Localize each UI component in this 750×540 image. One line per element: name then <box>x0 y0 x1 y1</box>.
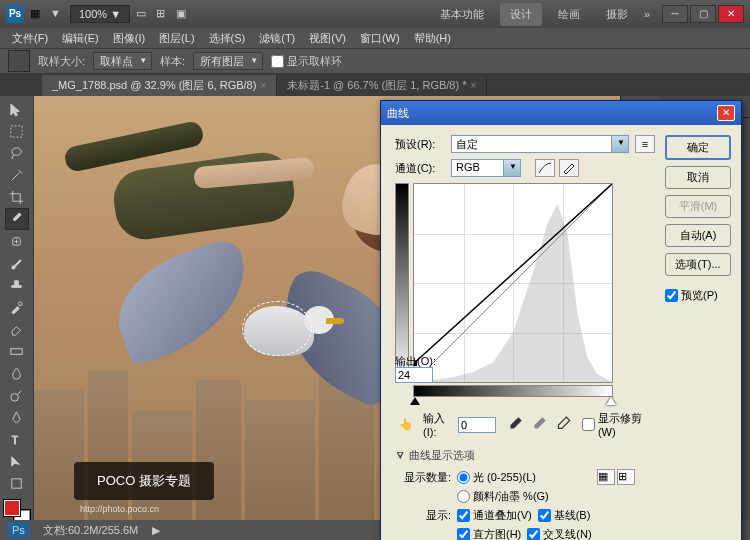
sample-layers-dropdown[interactable]: 所有图层 <box>193 52 263 70</box>
eyedropper-tool[interactable] <box>5 208 29 230</box>
crop-tool[interactable] <box>5 186 29 208</box>
tab-close-icon[interactable]: × <box>260 80 266 91</box>
cancel-button[interactable]: 取消 <box>665 166 731 189</box>
white-eyedropper-icon[interactable] <box>554 416 572 434</box>
workspace-tab-photography[interactable]: 摄影 <box>596 3 638 26</box>
gray-eyedropper-icon[interactable] <box>530 416 548 434</box>
grid-detailed-icon[interactable]: ⊞ <box>617 469 635 485</box>
app-logo: Ps <box>6 5 24 23</box>
stamp-tool[interactable] <box>5 274 29 296</box>
selection-marquee <box>242 301 312 356</box>
svg-line-9 <box>414 184 612 382</box>
auto-button[interactable]: 自动(A) <box>665 224 731 247</box>
output-gradient <box>395 183 409 383</box>
wand-tool[interactable] <box>5 164 29 186</box>
workspace-tab-design[interactable]: 设计 <box>500 3 542 26</box>
type-tool[interactable]: T <box>5 428 29 450</box>
minibridge-icon[interactable]: ▼ <box>50 7 64 21</box>
input-input[interactable] <box>458 417 496 433</box>
channel-dropdown[interactable]: RGB <box>451 159 521 177</box>
minimize-button[interactable]: ─ <box>662 5 688 23</box>
menu-select[interactable]: 选择(S) <box>203 29 252 48</box>
show-baseline-checkbox[interactable]: 基线(B) <box>538 508 594 523</box>
preset-label: 预设(R): <box>395 137 445 152</box>
taskbar-ps-icon[interactable]: Ps <box>8 522 29 538</box>
svg-rect-0 <box>11 125 22 136</box>
preset-menu-icon[interactable]: ≡ <box>635 135 655 153</box>
pencil-mode-icon[interactable] <box>559 159 579 177</box>
blur-tool[interactable] <box>5 362 29 384</box>
view-extras-icon[interactable]: ▭ <box>136 7 150 21</box>
screen-mode-icon[interactable]: ▣ <box>176 7 190 21</box>
input-gradient[interactable] <box>413 385 613 397</box>
sample-size-dropdown[interactable]: 取样点 <box>93 52 152 70</box>
sample-size-label: 取样大小: <box>38 54 85 69</box>
amount-light-radio[interactable]: 光 (0-255)(L) <box>457 470 536 485</box>
eraser-tool[interactable] <box>5 318 29 340</box>
svg-point-3 <box>18 301 22 305</box>
marquee-tool[interactable] <box>5 120 29 142</box>
status-arrow-icon[interactable]: ▶ <box>152 524 160 537</box>
curve-mode-icon[interactable] <box>535 159 555 177</box>
menu-file[interactable]: 文件(F) <box>6 29 54 48</box>
watermark-poco: POCO 摄影专题 <box>74 462 214 500</box>
tool-preset-icon[interactable] <box>8 50 30 72</box>
document-tab-1[interactable]: _MG_1788.psd @ 32.9% (图层 6, RGB/8)× <box>42 75 277 96</box>
preview-checkbox[interactable]: 预览(P) <box>665 288 731 303</box>
show-histogram-checkbox[interactable]: 直方图(H) <box>457 527 521 540</box>
menu-view[interactable]: 视图(V) <box>303 29 352 48</box>
show-label: 显示: <box>395 508 451 523</box>
curve-line[interactable] <box>414 184 612 382</box>
menu-help[interactable]: 帮助(H) <box>408 29 457 48</box>
menu-layer[interactable]: 图层(L) <box>153 29 200 48</box>
status-doc-size: 文档:60.2M/255.6M <box>43 523 138 538</box>
bridge-icon[interactable]: ▦ <box>30 7 44 21</box>
document-tab-2[interactable]: 未标题-1 @ 66.7% (图层 1, RGB/8) *× <box>277 75 487 96</box>
curve-graph[interactable] <box>413 183 613 383</box>
pen-tool[interactable] <box>5 406 29 428</box>
options-button[interactable]: 选项(T)... <box>665 253 731 276</box>
workspace-tab-essentials[interactable]: 基本功能 <box>430 3 494 26</box>
svg-point-1 <box>12 147 21 155</box>
white-point-slider[interactable] <box>606 397 616 405</box>
gradient-tool[interactable] <box>5 340 29 362</box>
menu-edit[interactable]: 编辑(E) <box>56 29 105 48</box>
tab-close-icon[interactable]: × <box>470 80 476 91</box>
path-select-tool[interactable] <box>5 450 29 472</box>
brush-tool[interactable] <box>5 252 29 274</box>
dialog-titlebar[interactable]: 曲线 ✕ <box>381 101 741 125</box>
show-rings-checkbox[interactable]: 显示取样环 <box>271 54 342 69</box>
curve-display-options-toggle[interactable]: ⛛ 曲线显示选项 <box>395 448 655 463</box>
grid-simple-icon[interactable]: ▦ <box>597 469 615 485</box>
smooth-button[interactable]: 平滑(M) <box>665 195 731 218</box>
channel-label: 通道(C): <box>395 161 445 176</box>
dialog-close-button[interactable]: ✕ <box>717 105 735 121</box>
dodge-tool[interactable] <box>5 384 29 406</box>
menu-image[interactable]: 图像(I) <box>107 29 151 48</box>
menu-window[interactable]: 窗口(W) <box>354 29 406 48</box>
black-eyedropper-icon[interactable] <box>506 416 524 434</box>
amount-ink-radio[interactable]: 颜料/油墨 %(G) <box>457 489 549 504</box>
output-input[interactable] <box>395 367 433 383</box>
show-intersection-checkbox[interactable]: 交叉线(N) <box>527 527 591 540</box>
workspace-tab-painting[interactable]: 绘画 <box>548 3 590 26</box>
healing-tool[interactable] <box>5 230 29 252</box>
workspace-more-icon[interactable]: » <box>644 8 650 20</box>
black-point-slider[interactable] <box>410 397 420 405</box>
menu-filter[interactable]: 滤镜(T) <box>253 29 301 48</box>
ok-button[interactable]: 确定 <box>665 135 731 160</box>
lasso-tool[interactable] <box>5 142 29 164</box>
close-button[interactable]: ✕ <box>718 5 744 23</box>
hand-icon[interactable]: 👆 <box>399 418 413 431</box>
svg-rect-4 <box>11 348 22 354</box>
zoom-level[interactable]: 100% ▼ <box>70 5 130 23</box>
shape-tool[interactable] <box>5 472 29 494</box>
move-tool[interactable] <box>5 98 29 120</box>
curves-dialog: 曲线 ✕ 预设(R): 自定 ≡ 通道(C): RGB <box>380 100 742 540</box>
maximize-button[interactable]: ▢ <box>690 5 716 23</box>
show-clipping-checkbox[interactable]: 显示修剪(W) <box>582 411 655 438</box>
preset-dropdown[interactable]: 自定 <box>451 135 629 153</box>
arrange-icon[interactable]: ⊞ <box>156 7 170 21</box>
show-overlay-checkbox[interactable]: 通道叠加(V) <box>457 508 532 523</box>
history-brush-tool[interactable] <box>5 296 29 318</box>
